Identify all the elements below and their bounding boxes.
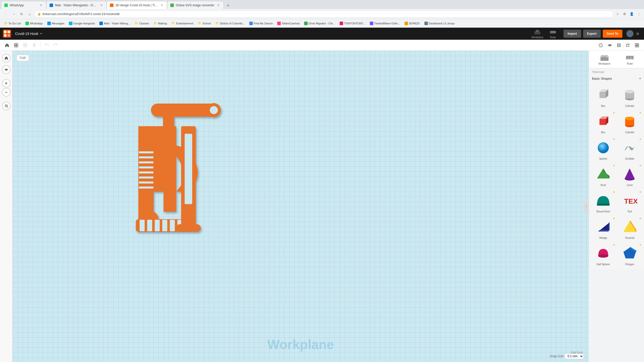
shape-cylinder-gray[interactable]: Cylinder: [618, 84, 642, 109]
shape-box-gray[interactable]: Box: [591, 84, 616, 109]
bookmark-label: District of Columbi...: [220, 22, 245, 25]
perspective-btn[interactable]: [624, 41, 632, 49]
bookmark-making[interactable]: 📁 Making: [152, 20, 169, 26]
undo-btn[interactable]: [43, 41, 51, 49]
canvas-area[interactable]: TOP: [13, 51, 589, 362]
svg-rect-57: [162, 220, 167, 231]
category-chevron-icon[interactable]: ▾: [639, 76, 641, 80]
fit-view-btn[interactable]: [597, 41, 605, 49]
bookmark-messages[interactable]: Messages: [45, 20, 66, 26]
reload-button[interactable]: ↻: [18, 11, 25, 18]
home-toolbar-btn[interactable]: [3, 41, 11, 49]
bookmark-entertainment[interactable]: 📁 Entertainment: [170, 20, 195, 26]
ruler-panel-label: Ruler: [627, 62, 633, 65]
bookmark-dashboard[interactable]: Dashboard | IL.brssp: [422, 20, 457, 26]
shape-preview-pyramid: [621, 218, 638, 236]
grid-view-btn[interactable]: [633, 41, 641, 49]
shape-roof[interactable]: ★ Roof: [591, 164, 616, 188]
bookmark-label: School: [202, 22, 211, 25]
shape-label: Round Roof: [596, 210, 610, 213]
bookmark-classes[interactable]: 📁 Classes: [133, 20, 151, 26]
shape-half-sphere[interactable]: ★ Half Sphere: [591, 243, 616, 267]
send-to-button[interactable]: Send To: [603, 30, 622, 38]
shape-label: Wedge: [599, 237, 607, 239]
bookmark-whatsapp[interactable]: WhatsApp: [23, 20, 45, 26]
ruler-panel-btn[interactable]: Ruler: [623, 53, 636, 66]
bookmark-bored[interactable]: BORED!: [403, 20, 422, 26]
home-view-btn[interactable]: [2, 54, 11, 62]
orbit-btn[interactable]: [606, 41, 614, 49]
shape-polygon[interactable]: ★ Polygon: [618, 243, 642, 267]
tab-close-mail[interactable]: ✕: [99, 3, 103, 7]
forward-button[interactable]: →: [10, 11, 17, 18]
shape-wedge[interactable]: ★ Wedge: [591, 216, 616, 241]
shape-round-roof[interactable]: ★ Round Roof: [591, 190, 616, 214]
bookmark-dc[interactable]: 📁 District of Columbi...: [213, 20, 247, 26]
tab-close-whatsapp[interactable]: ✕: [39, 3, 43, 7]
zoom-extents-btn[interactable]: [615, 41, 623, 49]
bookmark-twistedwave[interactable]: TwistedWave Onlin...: [368, 20, 402, 26]
shape-sphere[interactable]: ★: [591, 137, 616, 162]
bookmark-drivemigrator[interactable]: Drive Migrator - Chr...: [302, 20, 337, 26]
export-button[interactable]: Export: [583, 30, 601, 38]
workplane-panel-btn[interactable]: Workplane: [596, 53, 613, 66]
zoom-in-btn[interactable]: +: [2, 79, 11, 87]
settings-icon[interactable]: ⚙: [634, 30, 641, 37]
snap-grid-label: Snap Grid: [550, 354, 563, 358]
bookmark-school[interactable]: 📁 School: [196, 20, 213, 26]
bookmark-finddevice[interactable]: Find My Device: [247, 20, 275, 26]
menu-icon[interactable]: ⋮: [635, 11, 642, 17]
covid-hook-shape: [118, 96, 249, 242]
svg-text:TEXT: TEXT: [624, 197, 637, 205]
tab-close-svg[interactable]: ✕: [216, 3, 220, 7]
delete-btn[interactable]: [30, 41, 38, 49]
shape-scribble[interactable]: ★ Scribble: [618, 137, 642, 162]
address-bar[interactable]: 🔒 tinkercad.com/things/csEV8ioIkPJ-covid…: [34, 11, 613, 18]
user-avatar[interactable]: 👤: [626, 30, 633, 37]
bookmark-hangouts[interactable]: Google Hangouts: [67, 20, 97, 26]
import-button[interactable]: Import: [564, 30, 581, 38]
fit-view-workspace-btn[interactable]: [2, 102, 11, 110]
nav-right-icons: ☆ ⚙ 👤 ⋮: [614, 11, 642, 17]
tab-close-tinkercad[interactable]: ✕: [160, 3, 164, 7]
shape-cone[interactable]: ★ Cone: [618, 164, 642, 188]
bookmark-star-icon[interactable]: ☆: [614, 11, 621, 17]
zoom-out-btn[interactable]: −: [2, 88, 11, 97]
svg-rect-52: [185, 134, 192, 204]
bookmark-slidescarnival[interactable]: SlidesCarnival: [275, 20, 301, 26]
deselect-btn[interactable]: [21, 41, 29, 49]
panel-collapse-btn[interactable]: ›: [584, 201, 589, 211]
svg-line-65: [607, 55, 609, 57]
shape-text[interactable]: ★ TEXT Text: [618, 190, 642, 214]
new-tab-button[interactable]: +: [225, 2, 232, 9]
workspace: + − TOP: [0, 51, 644, 362]
bookmark-mail[interactable]: Mail - Yotam Wieng...: [97, 20, 132, 26]
tab-tinkercad[interactable]: 3D design Covid-19 Hook | Tin... ✕: [107, 1, 167, 9]
tab-whatsapp[interactable]: WhatsApp ✕: [1, 1, 46, 9]
view-indicator: TOP: [17, 55, 29, 61]
tab-svg[interactable]: Online SVG image converter ✕: [167, 1, 224, 9]
ruler-btn[interactable]: Ruler: [549, 29, 556, 39]
user-area: 👤 ⚙: [626, 30, 641, 37]
3d-object-container[interactable]: [118, 96, 249, 243]
tab-mail[interactable]: Mail - Yotam Wiengarten - Outl... ✕: [46, 1, 107, 9]
bookmark-tonton[interactable]: TONTONTONT...: [338, 20, 367, 26]
redo-btn[interactable]: [52, 41, 60, 49]
extensions-icon[interactable]: ⚙: [621, 11, 628, 17]
lock-icon: 🔒: [37, 12, 41, 16]
shape-preview-polygon: [621, 244, 638, 262]
bookmark-todo[interactable]: 📁 To Do List: [2, 20, 23, 26]
orbit-view-btn[interactable]: [2, 65, 11, 74]
shape-box-red[interactable]: ★ Box: [591, 111, 616, 135]
tinkercad-logo[interactable]: [3, 30, 11, 38]
workplane-btn[interactable]: Workplane: [532, 29, 544, 39]
select-all-btn[interactable]: [12, 41, 20, 49]
shape-label: Cylinder: [625, 131, 634, 134]
edit-pencil-icon[interactable]: ✏: [40, 32, 43, 35]
shape-cylinder-orange[interactable]: ★ Cylinder: [618, 111, 642, 135]
back-button[interactable]: ←: [2, 11, 9, 18]
svg-rect-33: [637, 46, 639, 47]
profile-icon[interactable]: 👤: [628, 11, 635, 17]
home-button[interactable]: ⌂: [26, 11, 33, 18]
shape-pyramid[interactable]: ★ Pyramid: [618, 216, 642, 241]
